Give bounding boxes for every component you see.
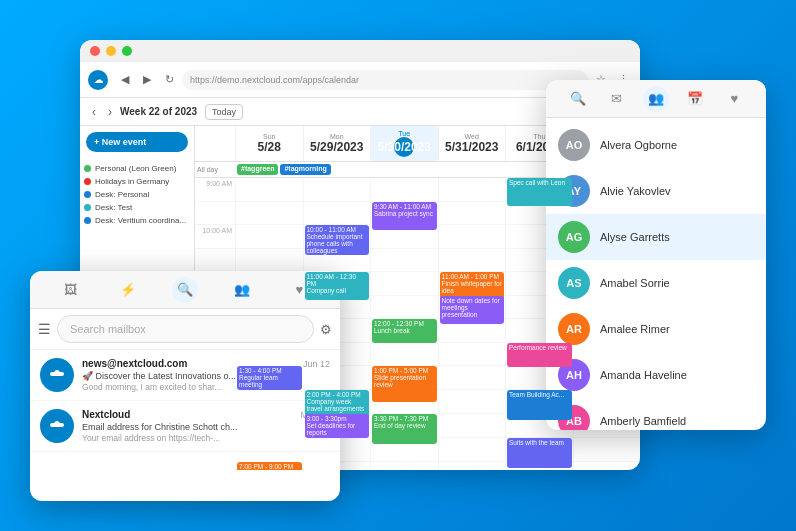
day-cell[interactable]	[235, 202, 303, 224]
calendar-event[interactable]: 10:00 - 11:00 AMSchedule important phone…	[305, 225, 370, 255]
mail-tab-activity-icon[interactable]: ⚡	[115, 277, 141, 303]
day-cell[interactable]: 7:00 PM - 9:00 PMBirthday Party	[235, 462, 303, 470]
tab-contacts-icon[interactable]: 👥	[643, 86, 669, 112]
day-header-sun: Sun 5/28	[235, 126, 303, 161]
calendar-titlebar	[80, 40, 640, 62]
tab-search-icon[interactable]: 🔍	[565, 86, 591, 112]
day-cell[interactable]: 2:00 PM - 4:00 PMCompany week travel arr…	[303, 390, 371, 413]
day-cell[interactable]	[370, 272, 438, 295]
contact-item-ag[interactable]: AG Alyse Garretts	[546, 214, 766, 260]
today-button[interactable]: Today	[205, 104, 243, 120]
calendar-event[interactable]: Suits with the team	[507, 438, 572, 468]
list-item: Desk: Veritium coordina...	[84, 214, 190, 227]
mail-tab-search-icon[interactable]: 🔍	[172, 277, 198, 303]
day-cell[interactable]	[303, 202, 371, 224]
day-cell[interactable]	[438, 390, 506, 413]
day-cell[interactable]	[573, 462, 641, 470]
tab-favorites-icon[interactable]: ♥	[721, 86, 747, 112]
contact-item-ay[interactable]: AY Alvie Yakovlev	[546, 168, 766, 214]
day-cell[interactable]	[235, 225, 303, 248]
contact-item-ao[interactable]: AO Alvera Ogborne	[546, 122, 766, 168]
day-cell[interactable]	[573, 438, 641, 461]
day-cell[interactable]: Spec call with Leon	[505, 178, 573, 201]
tab-calendar-icon[interactable]: 📅	[682, 86, 708, 112]
minimize-dot[interactable]	[106, 46, 116, 56]
day-cell[interactable]	[370, 178, 438, 201]
day-cell[interactable]: 3:00 - 3:30pmSet deadlines for reports	[303, 414, 371, 437]
week-label: Week 22 of 2023	[120, 106, 197, 117]
day-cell[interactable]: Team Building Ac...	[505, 390, 573, 413]
next-week-button[interactable]: ›	[104, 103, 116, 121]
day-cell[interactable]	[438, 414, 506, 437]
calendar-color-dot	[84, 217, 91, 224]
contact-item-ah[interactable]: AH Amanda Haveline	[546, 352, 766, 398]
day-cell[interactable]: 12:00 - 12:30 PMLunch break	[370, 319, 438, 342]
day-cell[interactable]	[235, 249, 303, 271]
day-cell[interactable]	[438, 202, 506, 224]
all-day-event[interactable]: #tagmorning	[280, 164, 330, 175]
calendar-event[interactable]: Spec call with Leon	[507, 178, 572, 206]
forward-icon[interactable]: ▶	[138, 71, 156, 89]
calendar-event[interactable]: 1:00 PM - 5:00 PMSlide presentation revi…	[372, 366, 437, 402]
day-cell[interactable]: 9:30 AM - 11:00 AMSabrina project sync	[370, 202, 438, 224]
back-icon[interactable]: ◀	[116, 71, 134, 89]
calendar-event[interactable]: 9:30 AM - 11:00 AMSabrina project sync	[372, 202, 437, 230]
mail-tab-photos-icon[interactable]: 🖼	[58, 277, 84, 303]
day-cell[interactable]: 1:30 - 4:00 PMRegular team meeting	[235, 366, 303, 389]
refresh-icon[interactable]: ↻	[160, 71, 178, 89]
contact-item-ab[interactable]: AB Amberly Bamfield	[546, 398, 766, 430]
day-cell[interactable]	[438, 225, 506, 248]
contact-avatar-ag: AG	[558, 221, 590, 253]
day-cell[interactable]: 11:00 AM - 12:30 PMCompany call	[303, 272, 371, 295]
day-cell[interactable]	[370, 296, 438, 318]
calendar-event[interactable]: 11:00 AM - 12:30 PMCompany call	[305, 272, 370, 300]
calendar-event[interactable]: 7:00 PM - 9:00 PMBirthday Party	[237, 462, 302, 470]
close-dot[interactable]	[90, 46, 100, 56]
calendar-event[interactable]: 12:00 - 12:30 PMLunch break	[372, 319, 437, 343]
day-cell[interactable]: 3:30 PM - 7:30 PMEnd of day review	[370, 414, 438, 437]
day-cell[interactable]	[370, 249, 438, 271]
list-item: Personal (Leon Green)	[84, 162, 190, 175]
day-cell[interactable]	[438, 438, 506, 461]
url-bar[interactable]: https://demo.nextcloud.com/apps/calendar	[182, 70, 588, 90]
day-cell[interactable]	[438, 462, 506, 470]
day-cell[interactable]	[438, 343, 506, 365]
search-input[interactable]	[57, 315, 314, 343]
calendar-event[interactable]: 3:00 - 3:30pmSet deadlines for reports	[305, 414, 370, 438]
expand-dot[interactable]	[122, 46, 132, 56]
day-cell[interactable]: Note down dates for meetingspresentation	[438, 296, 506, 318]
contact-item-ar[interactable]: AR Amalee Rimer	[546, 306, 766, 352]
day-cell[interactable]: Performance review	[505, 343, 573, 365]
mail-filter-icon[interactable]: ⚙	[320, 322, 332, 337]
tab-mail-icon[interactable]: ✉	[604, 86, 630, 112]
calendar-event[interactable]: Performance review	[507, 343, 572, 367]
calendar-event[interactable]: 3:30 PM - 7:30 PMEnd of day review	[372, 414, 437, 444]
calendar-event[interactable]: Team Building Ac...	[507, 390, 572, 420]
prev-week-button[interactable]: ‹	[88, 103, 100, 121]
mail-sender: news@nextcloud.com	[82, 358, 187, 369]
day-cell[interactable]: Suits with the team	[505, 438, 573, 461]
list-item: Desk: Personal	[84, 188, 190, 201]
contact-name-ab: Amberly Bamfield	[600, 415, 686, 427]
day-cell[interactable]: 1:00 PM - 5:00 PMSlide presentation revi…	[370, 366, 438, 389]
day-cell[interactable]	[303, 178, 371, 201]
day-cell[interactable]	[438, 366, 506, 389]
day-cell[interactable]	[370, 343, 438, 365]
day-cell[interactable]	[370, 462, 438, 470]
day-cell[interactable]: 11:00 AM - 1:00 PMFinish whitepaper for …	[438, 272, 506, 295]
calendar-event[interactable]: Note down dates for meetingspresentation	[440, 296, 505, 324]
mail-item-nextcloud[interactable]: Nextcloud May 25 Email address for Chris…	[30, 401, 340, 452]
contact-item-as[interactable]: AS Amabel Sorrie	[546, 260, 766, 306]
calendar-event[interactable]: 1:30 - 4:00 PMRegular team meeting	[237, 366, 302, 390]
contact-avatar-ar: AR	[558, 313, 590, 345]
day-cells: 7:00 PM - 9:00 PMBirthday Party	[235, 462, 640, 470]
day-cell[interactable]	[235, 178, 303, 201]
day-cell[interactable]: 10:00 - 11:00 AMSchedule important phone…	[303, 225, 371, 248]
all-day-event[interactable]: #taggreen	[237, 164, 278, 175]
day-cell[interactable]	[438, 249, 506, 271]
mail-tab-contacts-icon[interactable]: 👥	[229, 277, 255, 303]
day-cell[interactable]	[438, 178, 506, 201]
mail-menu-icon[interactable]: ☰	[38, 321, 51, 337]
calendar-name: Desk: Veritium coordina...	[95, 216, 186, 225]
new-event-button[interactable]: + New event	[86, 132, 188, 152]
